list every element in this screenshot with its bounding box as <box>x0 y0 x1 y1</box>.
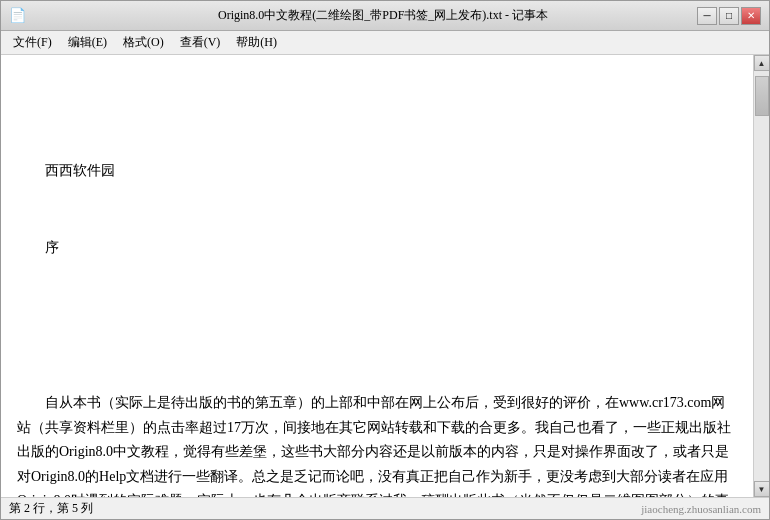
close-button[interactable]: ✕ <box>741 7 761 25</box>
preface-label: 序 <box>17 236 737 261</box>
scroll-down-button[interactable]: ▼ <box>754 481 770 497</box>
scroll-track[interactable] <box>754 71 770 481</box>
watermark-text: jiaocheng.zhuosanlian.com <box>641 503 761 515</box>
menu-bar: 文件(F) 编辑(E) 格式(O) 查看(V) 帮助(H) <box>1 31 769 55</box>
text-editor[interactable]: 西西软件园 序 自从本书（实际上是待出版的书的第五章）的上部和中部在网上公布后，… <box>1 55 753 497</box>
paragraph-spacer-1 <box>17 314 737 339</box>
text-content: 西西软件园 序 自从本书（实际上是待出版的书的第五章）的上部和中部在网上公布后，… <box>17 110 737 497</box>
cursor-position: 第 2 行，第 5 列 <box>9 500 641 517</box>
menu-file[interactable]: 文件(F) <box>5 32 60 54</box>
maximize-button[interactable]: □ <box>719 7 739 25</box>
title-bar: 📄 Origin8.0中文教程(二维绘图_带PDF书签_网上发布).txt - … <box>1 1 769 31</box>
menu-help[interactable]: 帮助(H) <box>228 32 285 54</box>
paragraph-1: 自从本书（实际上是待出版的书的第五章）的上部和中部在网上公布后，受到很好的评价，… <box>17 391 737 497</box>
menu-format[interactable]: 格式(O) <box>115 32 172 54</box>
minimize-button[interactable]: ─ <box>697 7 717 25</box>
header-line: 西西软件园 <box>17 159 737 184</box>
window-title: Origin8.0中文教程(二维绘图_带PDF书签_网上发布).txt - 记事… <box>69 7 697 24</box>
scroll-thumb[interactable] <box>755 76 769 116</box>
menu-edit[interactable]: 编辑(E) <box>60 32 115 54</box>
window-controls: ─ □ ✕ <box>697 7 761 25</box>
status-bar: 第 2 行，第 5 列 jiaocheng.zhuosanlian.com <box>1 497 769 519</box>
vertical-scrollbar: ▲ ▼ <box>753 55 769 497</box>
menu-view[interactable]: 查看(V) <box>172 32 229 54</box>
content-area: 西西软件园 序 自从本书（实际上是待出版的书的第五章）的上部和中部在网上公布后，… <box>1 55 769 497</box>
scroll-up-button[interactable]: ▲ <box>754 55 770 71</box>
main-window: 📄 Origin8.0中文教程(二维绘图_带PDF书签_网上发布).txt - … <box>0 0 770 520</box>
